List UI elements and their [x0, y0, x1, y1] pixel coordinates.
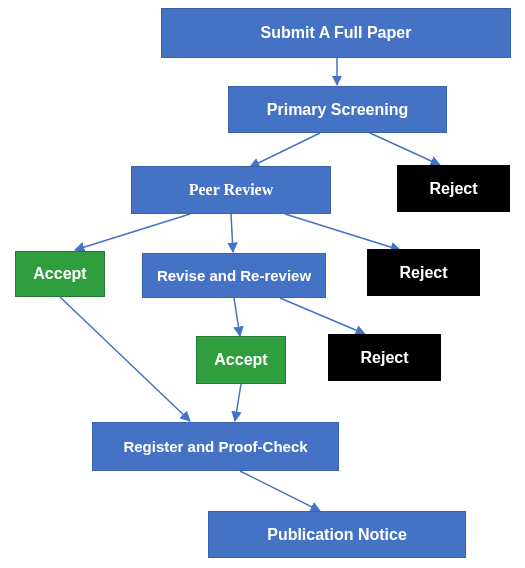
- svg-line-3: [75, 214, 190, 250]
- svg-line-4: [231, 214, 233, 252]
- svg-line-8: [60, 297, 190, 421]
- node-reject-after-revise: Reject: [328, 334, 441, 381]
- node-reject-after-peer: Reject: [367, 249, 480, 296]
- node-accept-after-peer: Accept: [15, 251, 105, 297]
- flowchart: Submit A Full Paper Primary Screening Re…: [0, 0, 525, 568]
- node-submit: Submit A Full Paper: [161, 8, 511, 58]
- svg-line-6: [234, 298, 240, 336]
- node-register-proofcheck: Register and Proof-Check: [92, 422, 339, 471]
- svg-line-7: [280, 298, 365, 334]
- svg-line-1: [250, 133, 320, 167]
- svg-line-10: [240, 471, 320, 511]
- node-reject-after-primary: Reject: [397, 165, 510, 212]
- svg-line-9: [235, 384, 241, 421]
- node-revise-rereview: Revise and Re-review: [142, 253, 326, 298]
- svg-line-2: [370, 133, 440, 165]
- node-primary-screening: Primary Screening: [228, 86, 447, 133]
- node-publication-notice: Publication Notice: [208, 511, 466, 558]
- node-peer-review: Peer Review: [131, 166, 331, 214]
- node-accept-after-revise: Accept: [196, 336, 286, 384]
- svg-line-5: [285, 214, 400, 250]
